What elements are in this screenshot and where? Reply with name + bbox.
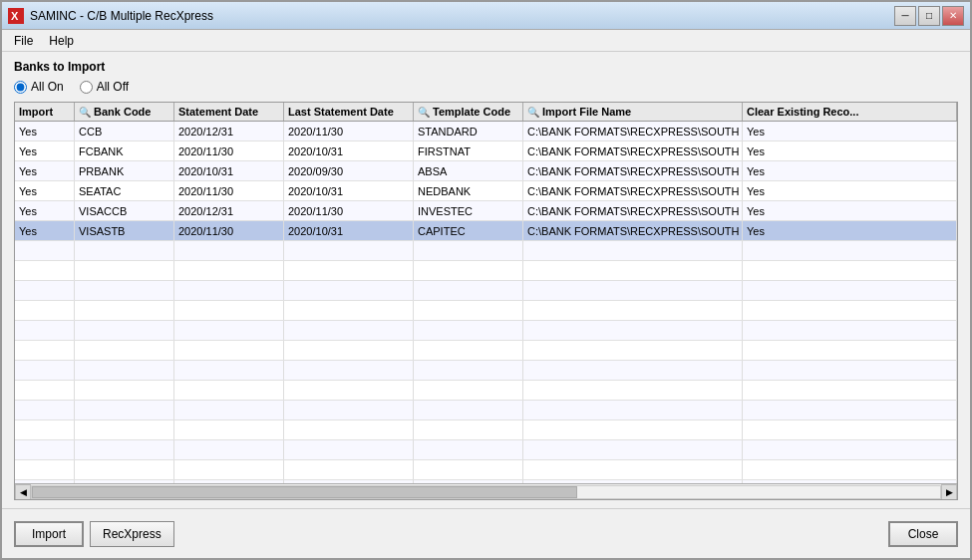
- footer-left-buttons: Import RecXpress: [14, 521, 174, 547]
- table-cell-empty: [284, 440, 414, 459]
- table-cell-empty: [174, 341, 284, 360]
- template-code-col-label: Template Code: [433, 106, 510, 118]
- window-title: SAMINC - C/B Multiple RecXpress: [30, 9, 894, 23]
- last-statement-date-col-label: Last Statement Date: [288, 106, 394, 118]
- menu-help[interactable]: Help: [41, 32, 82, 50]
- bank-code-col-label: Bank Code: [94, 106, 151, 118]
- table-cell: Yes: [15, 201, 75, 220]
- import-file-search-icon[interactable]: 🔍: [527, 107, 539, 118]
- radio-group: All On All Off: [14, 80, 958, 94]
- table-cell-empty: [743, 420, 957, 439]
- horizontal-scrollbar[interactable]: ◀ ▶: [15, 483, 957, 499]
- table-cell-empty: [743, 381, 957, 400]
- table-row[interactable]: YesFCBANK2020/11/302020/10/31FIRSTNATC:\…: [15, 141, 957, 161]
- table-cell-empty: [15, 241, 75, 260]
- table-cell: Yes: [743, 201, 957, 220]
- window-controls: ─ □ ✕: [894, 6, 964, 26]
- table-cell-empty: [75, 460, 174, 479]
- table-cell-empty: [15, 440, 75, 459]
- table-cell-empty: [523, 301, 743, 320]
- table-row-empty: [15, 420, 957, 440]
- minimize-button[interactable]: ─: [894, 6, 916, 26]
- scroll-right-button[interactable]: ▶: [941, 484, 957, 500]
- table-cell-empty: [284, 241, 414, 260]
- import-button[interactable]: Import: [14, 521, 84, 547]
- all-on-option[interactable]: All On: [14, 80, 64, 94]
- recxpress-button[interactable]: RecXpress: [90, 521, 174, 547]
- table-cell-empty: [15, 381, 75, 400]
- table-cell: CAPITEC: [414, 221, 523, 240]
- all-off-option[interactable]: All Off: [80, 80, 129, 94]
- table-row-empty: [15, 281, 957, 301]
- table-cell: C:\BANK FORMATS\RECXPRESS\SOUTH AFRICA\F…: [523, 221, 743, 240]
- table-cell-empty: [414, 261, 523, 280]
- table-cell: 2020/09/30: [284, 161, 414, 180]
- table-cell-empty: [743, 460, 957, 479]
- bank-code-search-icon[interactable]: 🔍: [79, 107, 91, 118]
- table-cell-empty: [15, 321, 75, 340]
- template-code-search-icon[interactable]: 🔍: [418, 107, 430, 118]
- table-cell: 2020/11/30: [284, 122, 414, 140]
- table-cell: 2020/11/30: [174, 141, 284, 160]
- table-cell: Yes: [15, 141, 75, 160]
- table-cell: NEDBANK: [414, 181, 523, 200]
- table-row-empty: [15, 381, 957, 401]
- scroll-left-button[interactable]: ◀: [15, 484, 31, 500]
- table-cell-empty: [523, 460, 743, 479]
- window-close-button[interactable]: ✕: [942, 6, 964, 26]
- menu-file[interactable]: File: [6, 32, 41, 50]
- all-on-radio[interactable]: [14, 81, 27, 94]
- table-cell-empty: [523, 361, 743, 380]
- table-cell-empty: [174, 420, 284, 439]
- table-cell-empty: [174, 460, 284, 479]
- table-row-empty: [15, 460, 957, 480]
- col-clear-existing: Clear Existing Reco...: [743, 103, 957, 121]
- table-row[interactable]: YesSEATAC2020/11/302020/10/31NEDBANKC:\B…: [15, 181, 957, 201]
- title-bar: X SAMINC - C/B Multiple RecXpress ─ □ ✕: [2, 2, 970, 30]
- table-cell-empty: [743, 341, 957, 360]
- table-cell-empty: [743, 281, 957, 300]
- table-row[interactable]: YesPRBANK2020/10/312020/09/30ABSAC:\BANK…: [15, 161, 957, 181]
- table-cell: C:\BANK FORMATS\RECXPRESS\SOUTH AFRICA\F…: [523, 141, 743, 160]
- table-cell-empty: [15, 301, 75, 320]
- table-cell-empty: [284, 381, 414, 400]
- table-cell: C:\BANK FORMATS\RECXPRESS\SOUTH AFRICA\N…: [523, 181, 743, 200]
- table-cell-empty: [174, 361, 284, 380]
- clear-existing-col-label: Clear Existing Reco...: [747, 106, 858, 118]
- table-row-empty: [15, 401, 957, 420]
- col-bank-code: 🔍 Bank Code: [75, 103, 174, 121]
- all-off-radio[interactable]: [80, 81, 93, 94]
- table-cell-empty: [523, 341, 743, 360]
- table-cell-empty: [414, 420, 523, 439]
- table-cell-empty: [523, 401, 743, 420]
- main-window: X SAMINC - C/B Multiple RecXpress ─ □ ✕ …: [0, 0, 972, 560]
- table-cell: Yes: [743, 161, 957, 180]
- table-cell-empty: [523, 241, 743, 260]
- table-cell-empty: [523, 321, 743, 340]
- table-cell-empty: [75, 341, 174, 360]
- table-cell-empty: [15, 401, 75, 420]
- table-cell-empty: [743, 361, 957, 380]
- table-cell: C:\BANK FORMATS\RECXPRESS\SOUTH AFRICA\F…: [523, 201, 743, 220]
- table-cell-empty: [75, 381, 174, 400]
- table-row[interactable]: YesVISACCB2020/12/312020/11/30INVESTECC:…: [15, 201, 957, 221]
- table-cell: Yes: [15, 161, 75, 180]
- table-cell-empty: [174, 381, 284, 400]
- scrollbar-thumb[interactable]: [32, 486, 577, 498]
- close-button[interactable]: Close: [888, 521, 958, 547]
- table-cell-empty: [15, 460, 75, 479]
- table-row[interactable]: YesVISASTB2020/11/302020/10/31CAPITECC:\…: [15, 221, 957, 241]
- table-cell-empty: [75, 420, 174, 439]
- table-cell-empty: [743, 401, 957, 420]
- table-cell: 2020/12/31: [174, 122, 284, 140]
- table-cell: C:\BANK FORMATS\RECXPRESS\SOUTH AFRICA\S…: [523, 122, 743, 140]
- table-header: Import 🔍 Bank Code Statement Date Last S…: [15, 103, 957, 122]
- table-cell-empty: [284, 301, 414, 320]
- table-cell-empty: [414, 460, 523, 479]
- table-row[interactable]: YesCCB2020/12/312020/11/30STANDARDC:\BAN…: [15, 122, 957, 141]
- table-cell-empty: [743, 261, 957, 280]
- table-cell: SEATAC: [75, 181, 174, 200]
- maximize-button[interactable]: □: [918, 6, 940, 26]
- table-cell-empty: [284, 460, 414, 479]
- table-cell-empty: [15, 341, 75, 360]
